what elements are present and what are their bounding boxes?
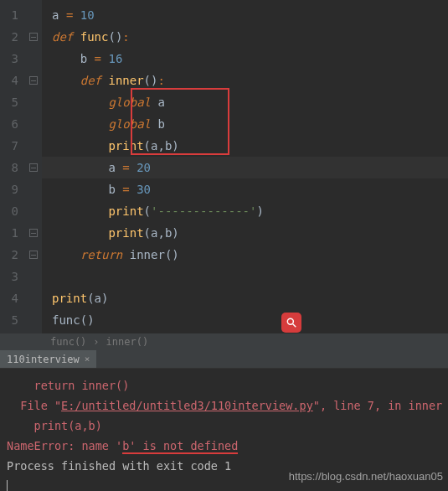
line-number: 4	[0, 70, 18, 91]
code-line[interactable]	[42, 266, 448, 287]
breadcrumb[interactable]: func() › inner()	[0, 333, 448, 350]
annotation-underline: b' is not defined	[122, 439, 238, 454]
breadcrumb-item[interactable]: inner()	[106, 333, 149, 350]
line-number: 1	[0, 4, 18, 26]
breadcrumb-item[interactable]: func()	[50, 333, 86, 350]
code-area[interactable]: a = 10 def func(): b = 16 def inner(): g…	[42, 0, 448, 333]
fold-end-icon	[25, 244, 42, 266]
code-line[interactable]: print(a,b)	[42, 222, 448, 244]
code-line[interactable]: print(a)	[42, 287, 448, 309]
error-line: NameError: name 'b' is not defined	[7, 436, 441, 456]
line-number: 2	[0, 244, 18, 266]
file-link[interactable]: E:/untitled/untitled3/110interview.py	[61, 399, 313, 412]
tab-label: 110interview	[7, 354, 80, 365]
line-number: 5	[0, 91, 18, 113]
line-number: 2	[0, 26, 18, 48]
svg-point-0	[287, 318, 293, 324]
fold-toggle-icon[interactable]	[25, 26, 42, 48]
line-number: 3	[0, 266, 18, 287]
code-line[interactable]: def func():	[42, 26, 448, 48]
fold-end-icon	[25, 157, 42, 178]
line-number: 5	[0, 309, 18, 331]
code-line[interactable]: b = 30	[42, 178, 448, 200]
traceback-line: print(a,b)	[7, 416, 441, 436]
line-number: 7	[0, 135, 18, 157]
editor-area: 1 2 3 4 5 6 7 8 9 0 1 2 3 4 5 a = 10 def…	[0, 0, 448, 333]
line-number: 1	[0, 222, 18, 244]
code-line[interactable]: a = 20	[42, 157, 448, 178]
code-line[interactable]: def inner():	[42, 70, 448, 91]
line-number: 3	[0, 48, 18, 70]
fold-column	[25, 0, 42, 333]
fold-end-icon	[25, 222, 42, 244]
line-number: 8	[0, 157, 18, 178]
tab-interview[interactable]: 110interview ×	[0, 350, 96, 368]
line-number: 0	[0, 200, 18, 222]
line-number: 4	[0, 287, 18, 309]
search-icon	[286, 317, 297, 328]
code-line[interactable]: global a	[42, 91, 448, 113]
chevron-right-icon: ›	[93, 333, 99, 350]
search-button[interactable]	[281, 313, 301, 333]
fold-toggle-icon[interactable]	[25, 70, 42, 91]
code-line[interactable]: b = 16	[42, 48, 448, 70]
code-line[interactable]: print(a,b)	[42, 135, 448, 157]
line-number: 9	[0, 178, 18, 200]
code-line[interactable]: global b	[42, 113, 448, 135]
code-line[interactable]: func()	[42, 309, 448, 331]
svg-line-1	[293, 324, 296, 328]
code-line[interactable]: print('-------------')	[42, 200, 448, 222]
cursor-icon	[7, 480, 8, 491]
code-line[interactable]: a = 10	[42, 4, 448, 26]
traceback-line: File "E:/untitled/untitled3/110interview…	[7, 395, 441, 416]
close-icon[interactable]: ×	[85, 354, 90, 364]
tab-bar: 110interview ×	[0, 350, 448, 369]
traceback-line: return inner()	[7, 375, 441, 395]
line-number: 6	[0, 113, 18, 135]
line-gutter: 1 2 3 4 5 6 7 8 9 0 1 2 3 4 5	[0, 0, 25, 333]
watermark: https://blog.csdn.net/haoxuan05	[289, 470, 443, 483]
code-line[interactable]: return inner()	[42, 244, 448, 266]
